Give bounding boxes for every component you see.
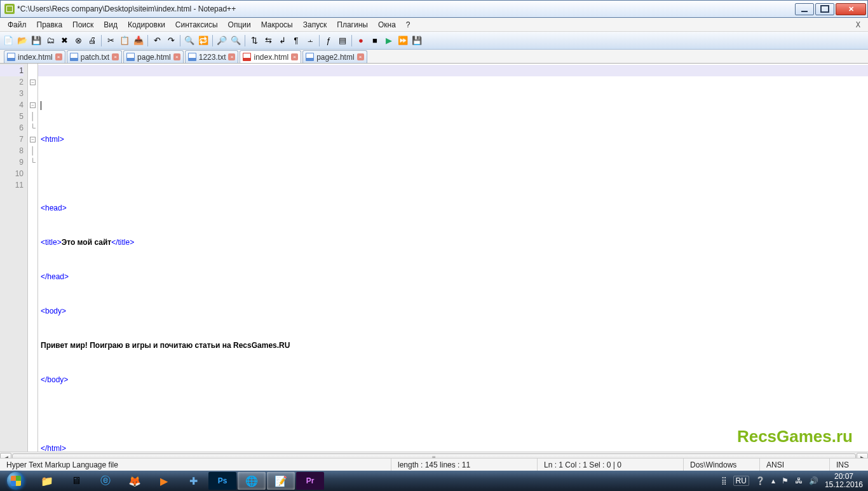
replace-icon[interactable]: 🔁: [197, 34, 210, 47]
tab-close-icon[interactable]: ×: [55, 53, 62, 60]
zoom-out-icon[interactable]: 🔍: [229, 34, 242, 47]
record-icon[interactable]: ●: [355, 34, 367, 47]
tray-flag-icon[interactable]: ⚑: [782, 476, 789, 485]
tab-1223[interactable]: 1223.txt×: [185, 50, 239, 63]
menu-plugins[interactable]: Плагины: [332, 18, 373, 31]
status-filetype: Hyper Text Markup Language file: [0, 459, 391, 471]
tab-page[interactable]: page.html×: [123, 50, 184, 63]
taskbar-ie-icon[interactable]: ⓔ: [92, 472, 119, 490]
taskbar-mediaplayer-icon[interactable]: ▶: [150, 472, 178, 490]
status-position: Ln : 1 Col : 1 Sel : 0 | 0: [538, 459, 684, 471]
menu-macros[interactable]: Макросы: [256, 18, 298, 31]
menu-windows[interactable]: Окна: [373, 18, 401, 31]
file-icon: [306, 53, 314, 61]
taskbar-premiere-icon[interactable]: Pr: [296, 472, 324, 490]
tray-grip-icon: ⣿: [721, 476, 727, 485]
wrap-icon[interactable]: ↲: [276, 34, 288, 47]
status-length: length : 145 lines : 11: [391, 459, 538, 471]
tab-patch[interactable]: patch.txt×: [67, 50, 122, 63]
menu-options[interactable]: Опции: [223, 18, 256, 31]
sync-v-icon[interactable]: ⇅: [248, 34, 261, 47]
tray-chevron-up-icon[interactable]: ▴: [771, 476, 775, 485]
taskbar-photoshop-icon[interactable]: Ps: [208, 472, 236, 490]
tray-clock[interactable]: 20:0715.12.2016: [825, 473, 863, 489]
tab-index1[interactable]: index.html×: [4, 50, 65, 63]
menu-bar: Файл Правка Поиск Вид Кодировки Синтакси…: [0, 18, 868, 32]
tray-volume-icon[interactable]: 🔊: [809, 476, 818, 485]
fold-toggle-icon[interactable]: −: [30, 137, 36, 142]
taskbar-chrome-icon[interactable]: 🌐: [238, 472, 266, 490]
status-mode: INS: [830, 459, 868, 471]
save-icon[interactable]: 💾: [30, 34, 43, 47]
fold-toggle-icon[interactable]: −: [30, 80, 36, 85]
status-eol: Dos\Windows: [684, 459, 760, 471]
tab-close-icon[interactable]: ×: [112, 53, 119, 60]
zoom-in-icon[interactable]: 🔎: [215, 34, 228, 47]
file-icon: [7, 53, 15, 61]
file-icon: [126, 53, 135, 61]
redo-icon[interactable]: ↷: [165, 34, 177, 47]
close-all-icon[interactable]: ⊗: [72, 34, 85, 47]
menu-run[interactable]: Запуск: [298, 18, 332, 31]
stop-icon[interactable]: ■: [369, 34, 381, 47]
show-chars-icon[interactable]: ¶: [290, 34, 302, 47]
save-all-icon[interactable]: 🗂: [44, 34, 57, 47]
system-tray: ⣿ RU ❔ ▴ ⚑ 🖧 🔊 20:0715.12.2016: [721, 473, 868, 489]
doc-map-icon[interactable]: ▤: [336, 34, 349, 47]
close-file-icon[interactable]: ✖: [58, 34, 71, 47]
tray-network-icon[interactable]: 🖧: [795, 476, 803, 485]
menu-syntax[interactable]: Синтаксисы: [170, 18, 223, 31]
tray-help-icon[interactable]: ❔: [756, 476, 765, 485]
undo-icon[interactable]: ↶: [151, 34, 163, 47]
save-macro-icon[interactable]: 💾: [410, 34, 423, 47]
open-file-icon[interactable]: 📂: [16, 34, 29, 47]
taskbar-explorer-icon[interactable]: 📁: [33, 472, 61, 490]
status-encoding: ANSI: [760, 459, 830, 471]
tab-close-icon[interactable]: ×: [228, 53, 235, 60]
cut-icon[interactable]: ✂: [104, 34, 117, 47]
tab-close-icon[interactable]: ×: [173, 53, 180, 60]
app-icon: [4, 4, 15, 14]
menu-edit[interactable]: Правка: [32, 18, 68, 31]
menu-close-x[interactable]: X: [851, 18, 865, 31]
start-button[interactable]: [1, 471, 31, 490]
play-icon[interactable]: ▶: [383, 34, 395, 47]
menu-encoding[interactable]: Кодировки: [123, 18, 170, 31]
file-icon: [70, 53, 78, 61]
windows-logo-icon: [7, 472, 25, 490]
find-icon[interactable]: 🔍: [183, 34, 196, 47]
menu-help[interactable]: ?: [401, 18, 416, 31]
menu-search[interactable]: Поиск: [67, 18, 98, 31]
editor-area[interactable]: 1 234 567 8910 11 − − │ └ − │ └ <html> <…: [0, 64, 868, 452]
file-icon: [243, 53, 251, 61]
tray-language[interactable]: RU: [733, 476, 749, 486]
tab-close-icon[interactable]: ×: [291, 53, 298, 60]
taskbar-app2-icon[interactable]: ✚: [179, 472, 207, 490]
func-list-icon[interactable]: ƒ: [322, 34, 335, 47]
copy-icon[interactable]: 📋: [118, 34, 131, 47]
fold-toggle-icon[interactable]: −: [30, 102, 36, 108]
taskbar-app1-icon[interactable]: 🖥: [62, 472, 90, 490]
code-content[interactable]: <html> <head> <title>Это мой сайт</title…: [38, 64, 868, 452]
fold-gutter[interactable]: − − │ └ − │ └: [28, 64, 38, 452]
paste-icon[interactable]: 📥: [132, 34, 145, 47]
menu-view[interactable]: Вид: [98, 18, 123, 31]
play-multi-icon[interactable]: ⏩: [397, 34, 409, 47]
sync-h-icon[interactable]: ⇆: [262, 34, 275, 47]
taskbar-notepadpp-icon[interactable]: 📝: [267, 472, 295, 490]
menu-file[interactable]: Файл: [3, 18, 32, 31]
status-bar: Hyper Text Markup Language file length :…: [0, 458, 868, 471]
tab-index2[interactable]: index.html×: [240, 50, 301, 63]
tab-close-icon[interactable]: ×: [357, 53, 364, 60]
maximize-button[interactable]: [815, 3, 834, 15]
taskbar-firefox-icon[interactable]: 🦊: [121, 472, 149, 490]
print-icon[interactable]: 🖨: [86, 34, 98, 47]
tab-page2[interactable]: page2.html×: [302, 50, 367, 63]
close-button[interactable]: [836, 3, 866, 15]
minimize-button[interactable]: [795, 3, 814, 15]
new-file-icon[interactable]: 📄: [2, 34, 15, 47]
document-tabs: index.html× patch.txt× page.html× 1223.t…: [0, 50, 868, 64]
indent-guide-icon[interactable]: ⫠: [304, 34, 316, 47]
toolbar: 📄 📂 💾 🗂 ✖ ⊗ 🖨 ✂ 📋 📥 ↶ ↷ 🔍 🔁 🔎 🔍 ⇅ ⇆ ↲ ¶ …: [0, 32, 868, 50]
title-bar: *C:\Users\Recs company\Desktop\siteim\in…: [0, 0, 868, 18]
